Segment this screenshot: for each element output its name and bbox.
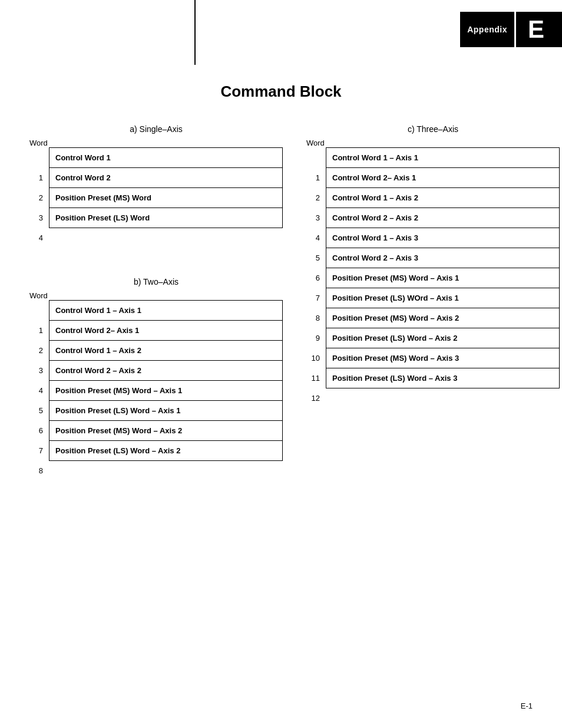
two-axis-table: Control Word 1 – Axis 1Control Word 2– A… <box>49 300 283 461</box>
row-number: 7 <box>306 288 323 308</box>
table-cell: Control Word 2 <box>49 168 283 188</box>
row-number: 5 <box>306 248 323 268</box>
table-cell: Control Word 2– Axis 1 <box>49 321 283 341</box>
two-axis-title: b) Two–Axis <box>29 277 283 286</box>
two-axis-table-wrapper: 12345678 Control Word 1 – Axis 1Control … <box>29 300 283 480</box>
three-axis-section: c) Three–Axis Word 123456789101112 Contr… <box>306 124 560 408</box>
single-axis-section: a) Single–Axis Word 1234 Control Word 1C… <box>29 124 283 248</box>
table-row: Control Word 2 <box>49 168 283 188</box>
row-num-spacer3 <box>306 147 323 167</box>
page-number: E-1 <box>521 701 533 710</box>
table-row: Control Word 2 – Axis 2 <box>49 361 283 381</box>
table-row: Position Preset (LS) Word – Axis 1 <box>49 401 283 421</box>
row-number: 1 <box>29 320 46 340</box>
appendix-letter: E <box>514 12 562 47</box>
table-cell: Position Preset (MS) Word – Axis 1 <box>49 381 283 401</box>
table-cell: Control Word 1 – Axis 3 <box>326 228 560 248</box>
two-axis-row-numbers: 12345678 <box>29 300 46 480</box>
table-cell: Control Word 1 <box>49 148 283 168</box>
three-axis-table-wrapper: 123456789101112 Control Word 1 – Axis 1C… <box>306 147 560 408</box>
table-row: Control Word 1 – Axis 2 <box>49 341 283 361</box>
row-number: 4 <box>29 380 46 400</box>
table-cell: Position Preset (LS) Word – Axis 3 <box>326 368 560 388</box>
table-row: Control Word 1 – Axis 2 <box>326 188 560 208</box>
table-row: Position Preset (LS) Word – Axis 2 <box>326 328 560 348</box>
main-content: a) Single–Axis Word 1234 Control Word 1C… <box>0 124 562 510</box>
table-row: Position Preset (MS) Word – Axis 3 <box>326 348 560 368</box>
single-axis-table: Control Word 1Control Word 2Position Pre… <box>49 147 283 228</box>
single-axis-title: a) Single–Axis <box>29 124 283 134</box>
table-cell: Position Preset (MS) Word – Axis 3 <box>326 348 560 368</box>
table-cell: Control Word 2– Axis 1 <box>326 168 560 188</box>
row-num-spacer2 <box>29 300 46 320</box>
row-number: 1 <box>306 167 323 187</box>
right-column: c) Three–Axis Word 123456789101112 Contr… <box>306 124 560 510</box>
row-number: 4 <box>29 228 46 248</box>
table-cell: Control Word 1 – Axis 1 <box>49 301 283 321</box>
row-number: 2 <box>29 340 46 360</box>
page-title: Command Block <box>0 83 562 101</box>
table-row: Control Word 2– Axis 1 <box>326 168 560 188</box>
row-number: 3 <box>29 360 46 380</box>
table-cell: Control Word 1 – Axis 1 <box>326 148 560 168</box>
table-row: Control Word 2– Axis 1 <box>49 321 283 341</box>
row-number: 2 <box>29 187 46 207</box>
row-number: 5 <box>29 400 46 420</box>
table-cell: Control Word 1 – Axis 2 <box>49 341 283 361</box>
row-number: 6 <box>306 268 323 288</box>
three-axis-table: Control Word 1 – Axis 1Control Word 2– A… <box>326 147 560 388</box>
table-row: Position Preset (LS) WOrd – Axis 1 <box>326 288 560 308</box>
row-number: 2 <box>306 187 323 207</box>
appendix-banner: Appendix E <box>460 12 562 47</box>
row-number: 10 <box>306 348 323 368</box>
table-row: Control Word 1 – Axis 3 <box>326 228 560 248</box>
row-number: 1 <box>29 167 46 187</box>
table-cell: Position Preset (LS) WOrd – Axis 1 <box>326 288 560 308</box>
table-cell: Position Preset (MS) Word – Axis 2 <box>49 421 283 441</box>
row-num-spacer <box>29 147 46 167</box>
row-number: 3 <box>306 207 323 228</box>
table-cell: Position Preset (MS) Word – Axis 1 <box>326 268 560 288</box>
two-axis-word-label: Word <box>29 291 49 300</box>
table-cell: Control Word 2 – Axis 2 <box>326 208 560 228</box>
row-number: 12 <box>306 388 323 408</box>
table-row: Position Preset (LS) Word <box>49 208 283 228</box>
table-row: Control Word 2 – Axis 2 <box>326 208 560 228</box>
table-row: Position Preset (LS) Word – Axis 2 <box>49 441 283 461</box>
table-row: Position Preset (MS) Word – Axis 2 <box>49 421 283 441</box>
vertical-divider <box>194 0 196 65</box>
single-axis-row-numbers: 1234 <box>29 147 46 248</box>
single-axis-word-label: Word <box>29 139 49 147</box>
table-cell: Control Word 1 – Axis 2 <box>326 188 560 208</box>
row-number: 7 <box>29 440 46 460</box>
table-row: Position Preset (MS) Word <box>49 188 283 208</box>
table-cell: Position Preset (LS) Word – Axis 1 <box>49 401 283 421</box>
two-axis-section: b) Two–Axis Word 12345678 Control Word 1… <box>29 277 283 480</box>
row-number: 11 <box>306 368 323 388</box>
row-number: 9 <box>306 328 323 348</box>
table-row: Position Preset (MS) Word – Axis 2 <box>326 308 560 328</box>
table-row: Position Preset (MS) Word – Axis 1 <box>326 268 560 288</box>
single-axis-table-wrapper: 1234 Control Word 1Control Word 2Positio… <box>29 147 283 248</box>
table-row: Position Preset (MS) Word – Axis 1 <box>49 381 283 401</box>
table-row: Position Preset (LS) Word – Axis 3 <box>326 368 560 388</box>
three-axis-title: c) Three–Axis <box>306 124 560 134</box>
table-cell: Position Preset (LS) Word – Axis 2 <box>326 328 560 348</box>
header: Appendix E <box>0 0 562 65</box>
table-cell: Control Word 2 – Axis 2 <box>49 361 283 381</box>
row-number: 6 <box>29 420 46 440</box>
row-number: 8 <box>306 308 323 328</box>
three-axis-row-numbers: 123456789101112 <box>306 147 323 408</box>
table-cell: Position Preset (LS) Word <box>49 208 283 228</box>
three-axis-word-label: Word <box>306 139 326 147</box>
row-number: 4 <box>306 228 323 248</box>
table-row: Control Word 1 – Axis 1 <box>326 148 560 168</box>
row-number: 3 <box>29 207 46 228</box>
table-cell: Control Word 2 – Axis 3 <box>326 248 560 268</box>
table-cell: Position Preset (LS) Word – Axis 2 <box>49 441 283 461</box>
appendix-label: Appendix <box>460 12 514 47</box>
left-column: a) Single–Axis Word 1234 Control Word 1C… <box>29 124 283 510</box>
table-row: Control Word 1 <box>49 148 283 168</box>
table-cell: Position Preset (MS) Word <box>49 188 283 208</box>
row-number: 8 <box>29 460 46 480</box>
